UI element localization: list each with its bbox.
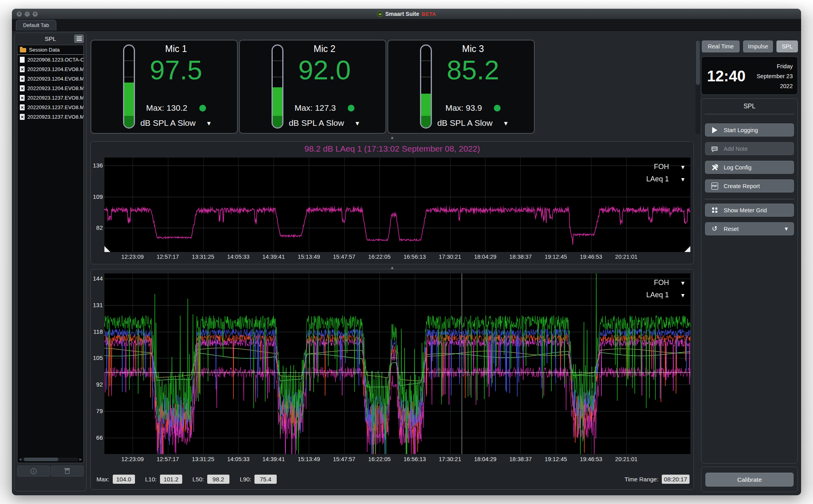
y-tick: 144 [93, 275, 103, 282]
document-x-icon [20, 76, 25, 82]
trash-icon [65, 469, 69, 474]
max-value[interactable]: 104.0 [113, 475, 135, 484]
file-row[interactable]: 20220923.1237.EVO8.Mi [17, 93, 83, 102]
sidebar-menu-button[interactable] [74, 35, 84, 43]
title-bar: × − + st Smaart Suite BETA [12, 9, 801, 19]
window-controls: × − + [17, 12, 38, 17]
x-tick: 16:22:05 [368, 456, 391, 462]
file-row[interactable]: 20220923.1204.EVO8.Mi [17, 64, 83, 74]
file-row[interactable]: 20220923.1237.EVO8.Mi [17, 102, 83, 112]
laeq-legend: FOH▼ LAeq 1▼ [646, 161, 686, 185]
max-label: Max: [96, 476, 110, 483]
file-info-button[interactable]: i [17, 466, 50, 477]
x-tick: 19:46:53 [580, 456, 602, 462]
file-row[interactable]: 20220923.1237.EVO8.Mi [17, 112, 83, 121]
y-tick: 131 [93, 302, 103, 308]
max-readout: Max: 93.9 [445, 103, 482, 112]
x-tick: 15:47:57 [333, 456, 355, 462]
mic-name: Mic 3 [413, 44, 533, 54]
y-tick: 79 [96, 408, 103, 414]
scrollbar-thumb[interactable] [24, 458, 58, 461]
log-config-button[interactable]: Log Config [705, 161, 794, 174]
add-note-button[interactable]: Add Note [705, 142, 794, 155]
laeq-trend-plot[interactable]: FOH▼ LAeq 1▼ [104, 158, 690, 252]
chevron-down-icon[interactable]: ▼ [680, 280, 686, 286]
clock-weekday: Friday [757, 62, 793, 71]
x-tick: 19:46:53 [580, 254, 602, 260]
meter-row-scrollbar[interactable] [695, 40, 700, 134]
file-row[interactable]: 20220923.1204.EVO8.Mi [17, 83, 83, 93]
create-report-button[interactable]: PDF Create Report [705, 179, 794, 192]
l50-label: L50: [193, 476, 204, 483]
l10-value[interactable]: 101.2 [160, 475, 182, 484]
meter-row: Mic 197.5Max: 130.2dB SPL A Slow▼Mic 292… [91, 40, 694, 134]
scroll-right-icon[interactable]: ▶ [78, 458, 83, 461]
mic-name: Mic 1 [116, 44, 236, 54]
calibrate-button[interactable]: Calibrate [705, 473, 794, 487]
grid-icon [712, 208, 717, 213]
clock-time: 12:40 [707, 68, 746, 85]
pdf-icon: PDF [711, 183, 718, 190]
chevron-down-icon[interactable]: ▼ [680, 164, 686, 170]
chevron-down-icon[interactable]: ▼ [206, 120, 212, 127]
spl-control-panel: SPL Start Logging Add Note Log Config PD… [701, 98, 798, 464]
file-delete-button[interactable] [51, 466, 84, 477]
file-list-scrollbar[interactable]: ◀ ▶ [18, 457, 83, 462]
l10-label: L10: [145, 476, 157, 483]
legend-metric-label[interactable]: LAeq 1 [646, 175, 669, 183]
meter-unit-label[interactable]: dB SPL A Slow [437, 118, 492, 127]
l50-value[interactable]: 98.2 [207, 475, 229, 484]
chevron-down-icon[interactable]: ▼ [354, 120, 360, 127]
spl-history-canvas[interactable] [104, 273, 690, 454]
smaart-logo-icon: st [377, 11, 383, 17]
spl-x-axis: 12:23:0912:57:1713:31:2514:05:3314:39:41… [104, 454, 690, 465]
file-name: 20220923.1237.EVO8.Mi [27, 95, 83, 101]
close-window-icon[interactable]: × [17, 12, 22, 17]
l90-label: L90: [240, 476, 251, 483]
minimize-window-icon[interactable]: − [25, 12, 30, 17]
file-name: 20220923.1204.EVO8.Mi [27, 66, 83, 72]
legend-source-label[interactable]: FOH [654, 163, 669, 171]
mode-spl-button[interactable]: SPL [776, 40, 798, 52]
l90-value[interactable]: 75.4 [254, 475, 277, 484]
legend-metric-label[interactable]: LAeq 1 [646, 291, 669, 299]
file-row[interactable]: 20220908.1223.OCTA-CA [17, 55, 83, 64]
spl-value: 85.2 [413, 56, 533, 83]
laeq-readout: 98.2 dB LAeq 1 (17:13:02 September 08, 2… [91, 144, 694, 154]
mode-impulse-button[interactable]: Impulse [743, 40, 773, 52]
session-file-list[interactable]: Session Data 20220908.1223.OCTA-CA202209… [17, 45, 84, 463]
laeq-x-axis: 12:23:0912:57:1713:31:2514:05:3314:39:41… [104, 252, 690, 262]
chevron-down-icon[interactable]: ▼ [680, 292, 686, 298]
chevron-down-icon[interactable]: ▼ [784, 226, 789, 232]
start-logging-button[interactable]: Start Logging [705, 123, 794, 137]
meter-unit-label[interactable]: dB SPL A Slow [140, 118, 195, 127]
show-meter-grid-button[interactable]: Show Meter Grid [705, 204, 794, 217]
info-icon: i [31, 468, 37, 474]
spl-legend: FOH▼ LAeq 1▼ [646, 277, 686, 301]
main-area: Mic 197.5Max: 130.2dB SPL A Slow▼Mic 292… [91, 31, 694, 495]
scroll-left-icon[interactable]: ◀ [18, 458, 23, 461]
session-data-row[interactable]: Session Data [17, 45, 83, 55]
chevron-down-icon[interactable]: ▼ [503, 120, 509, 127]
x-tick: 18:38:37 [509, 456, 532, 462]
tab-default[interactable]: Default Tab [16, 20, 56, 31]
laeq-y-axis: 13610982 [92, 158, 104, 252]
mic-meter-panel[interactable]: Mic 292.0Max: 127.3dB SPL A Slow▼ [239, 40, 386, 134]
mic-meter-panel[interactable]: Mic 385.2Max: 93.9dB SPL A Slow▼ [387, 40, 535, 134]
chevron-down-icon[interactable]: ▼ [680, 176, 686, 183]
x-tick: 13:31:25 [192, 456, 214, 462]
beta-badge: BETA [422, 11, 436, 17]
file-row[interactable]: 20220923.1204.EVO8.Mi [17, 74, 83, 83]
mic-meter-panel[interactable]: Mic 197.5Max: 130.2dB SPL A Slow▼ [91, 40, 238, 134]
mode-real-time-button[interactable]: Real Time [702, 40, 740, 52]
laeq-trend-canvas[interactable] [104, 158, 690, 252]
tools-icon [711, 164, 718, 171]
spl-history-plot[interactable]: FOH▼ LAeq 1▼ [104, 273, 690, 454]
collapse-meters-icon[interactable]: ▲ [91, 135, 694, 140]
meter-unit-label[interactable]: dB SPL A Slow [289, 118, 344, 127]
x-tick: 12:57:17 [156, 254, 179, 260]
legend-source-label[interactable]: FOH [654, 279, 669, 287]
zoom-window-icon[interactable]: + [33, 12, 38, 17]
time-range-value[interactable]: 08:20:17 [662, 475, 690, 484]
reset-button[interactable]: ↺ Reset ▼ [705, 222, 794, 235]
